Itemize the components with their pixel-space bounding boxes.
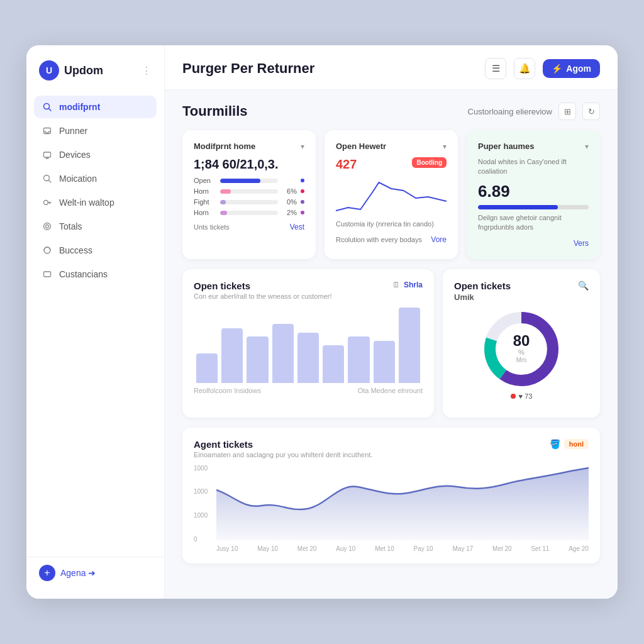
nav-label-devices: Devices [59, 150, 91, 160]
y-axis-labels: 1000 1000 1000 0 [194, 465, 208, 543]
totals-icon [42, 221, 53, 232]
bar [374, 341, 395, 383]
agent-card-header: Agent tickets Einoamaten and saclagng pu… [194, 439, 589, 458]
add-agent-button[interactable]: + Agena ➜ [39, 565, 152, 581]
sidebar-item-custancians[interactable]: Custancians [34, 263, 157, 286]
area-chart-svg [216, 465, 589, 540]
hewetr-footer: Rcolution with every bodays Vore [336, 235, 447, 244]
agent-button[interactable]: ⚡ Agom [543, 59, 600, 78]
puper-bar-track [478, 205, 589, 209]
section-title: Tourmilils [182, 103, 248, 119]
bell-icon-btn[interactable]: 🔔 [514, 58, 535, 79]
progress-rows: Open Horn 6% [194, 177, 304, 216]
svg-point-11 [44, 247, 50, 253]
modifprnt-footer: Unts tickets Vest [194, 223, 304, 231]
shrla-link[interactable]: Shrla [404, 280, 423, 289]
sidebar-item-soncia[interactable]: modifprnt [34, 96, 157, 118]
donut-legend-label: ♥ 73 [519, 392, 533, 400]
modifprnt-dropdown[interactable]: ▾ [301, 142, 304, 151]
sidebar-item-weltin[interactable]: Welt-in waltop [34, 191, 157, 214]
modifprnt-title: Modifprnt home [194, 142, 255, 151]
progress-track-open [220, 179, 278, 183]
refresh-icon-btn[interactable]: ↻ [582, 103, 600, 120]
cards-row-1: Modifprnt home ▾ 1;84 60/21,0,3. Open [182, 130, 600, 259]
sparkline-area [336, 179, 447, 217]
donut-legend: ♥ 73 [511, 392, 533, 400]
hewetr-link[interactable]: Vore [431, 235, 447, 244]
agent-btn-icon: ⚡ [552, 64, 562, 74]
agent-chip: honl [564, 439, 589, 449]
topbar: Purger Per Returner ☰ 🔔 ⚡ Agom [165, 45, 618, 90]
logo-name: Updom [64, 64, 103, 77]
bar-chart-area [194, 308, 423, 383]
sidebar-nav: modifprnt Punner Devices Moication [26, 96, 164, 549]
hewetr-dropdown[interactable]: ▾ [443, 142, 447, 151]
modifprnt-value: 1;84 60/21,0,3. [194, 157, 304, 172]
logo-icon: U [39, 60, 59, 80]
progress-track-horn1 [220, 189, 278, 194]
donut-dot [511, 394, 516, 399]
search2-icon [42, 173, 53, 184]
bar-card-title: Open tickets [194, 280, 332, 291]
sidebar-item-devices[interactable]: Devices [34, 143, 157, 166]
nav-label-moication: Moication [59, 174, 97, 184]
calendar-icon: 🗓 [392, 280, 400, 289]
bar [297, 333, 319, 383]
section-actions-label: Custorloaing eliereviow [468, 107, 552, 116]
topbar-right: ☰ 🔔 ⚡ Agom [485, 58, 600, 79]
puper-bar-fill [478, 205, 558, 209]
custancians-icon [42, 269, 53, 280]
sidebar-logo: U Updom ⋮ [26, 60, 164, 96]
menu-dots[interactable]: ⋮ [142, 65, 152, 77]
bar-footer-left: Reolfolcoom Insidows [194, 387, 261, 394]
nav-label-custancians: Custancians [59, 269, 108, 279]
puper-title: Puper haumes [478, 142, 535, 151]
menu-icon-btn[interactable]: ☰ [485, 58, 506, 79]
plus-icon: + [39, 565, 55, 581]
bar [247, 336, 268, 382]
donut-search-icon[interactable]: 🔍 [578, 280, 589, 291]
hewetr-footer-label: Rcolution with every bodays [336, 236, 422, 243]
puper-footer-desc: Deilgn save ghetoir cangnit fngrpdunbls … [478, 213, 589, 233]
nav-label-weltin: Welt-in waltop [59, 197, 114, 208]
modifprnt-link[interactable]: Vest [290, 223, 304, 231]
agent-card-subtitle: Einoamaten and saclagng pur you whiltenl… [194, 451, 372, 458]
x-axis-labels: Jusy 10 May 10 Met 20 Auy 10 Met 10 Pay … [194, 545, 589, 552]
progress-fill-horn1 [220, 189, 231, 194]
sidebar-item-totals[interactable]: Totals [34, 215, 157, 238]
sidebar-item-buccess[interactable]: Buccess [34, 239, 157, 262]
sidebar-item-punner[interactable]: Punner [34, 119, 157, 142]
bar [323, 345, 344, 383]
modifprnt-footer-label: Unts tickets [194, 223, 230, 231]
svg-text:80: 80 [513, 332, 530, 349]
puper-header: Puper haumes ▾ [478, 142, 589, 151]
puper-desc: Nodal whites in Casy'oned ift coaliation [478, 157, 589, 177]
progress-fill-fight [220, 200, 226, 204]
hewetr-title: Open Hewetr [336, 142, 386, 151]
bar-footer-right: Ota Medene elnrount [358, 387, 423, 394]
devices-icon [42, 149, 53, 160]
open-hewetr-card: Open Hewetr ▾ 427 Bootling Customia ity … [325, 130, 458, 259]
progress-track-horn2 [220, 211, 278, 215]
modifprnt-card: Modifprnt home ▾ 1;84 60/21,0,3. Open [182, 130, 316, 259]
sidebar: U Updom ⋮ modifprnt Punner [26, 45, 165, 599]
puper-link[interactable]: Vers [574, 239, 589, 248]
progress-row-open: Open [194, 177, 304, 184]
puper-dropdown[interactable]: ▾ [585, 142, 589, 151]
svg-point-10 [46, 225, 49, 228]
svg-rect-3 [44, 152, 51, 157]
add-agent-label: Agena ➜ [60, 568, 96, 578]
dot-horn2 [301, 211, 304, 214]
bar [272, 324, 294, 382]
sidebar-item-moication[interactable]: Moication [34, 167, 157, 190]
app-shell: U Updom ⋮ modifprnt Punner [26, 45, 618, 599]
progress-row-horn2: Horn 2% [194, 209, 304, 216]
layout-icon-btn[interactable]: ⊞ [558, 103, 576, 120]
bar-chart-footer: Reolfolcoom Insidows Ota Medene elnrount [194, 387, 423, 394]
bar [399, 308, 420, 383]
hewetr-value: 427 [336, 157, 357, 172]
nav-label-soncia: modifprnt [59, 102, 100, 112]
dot-open [301, 179, 304, 182]
bar-card-header: Open tickets Con eur aberl/rall to the w… [194, 280, 423, 300]
donut-card-header: Open tickets Umik 🔍 [454, 280, 589, 302]
